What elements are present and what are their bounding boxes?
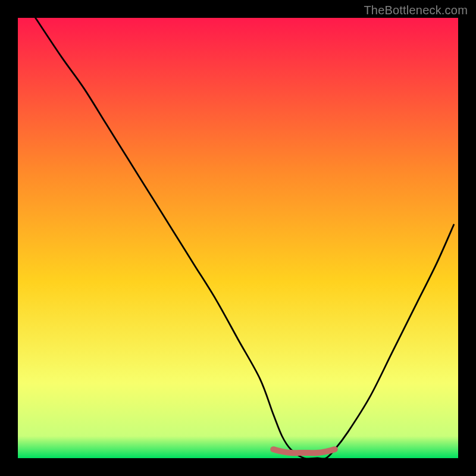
optimal-zone-marker	[273, 449, 335, 453]
bottleneck-chart	[0, 0, 476, 476]
chart-stage: TheBottleneck.com	[0, 0, 476, 476]
plot-background	[18, 18, 458, 458]
watermark-text: TheBottleneck.com	[364, 4, 468, 17]
